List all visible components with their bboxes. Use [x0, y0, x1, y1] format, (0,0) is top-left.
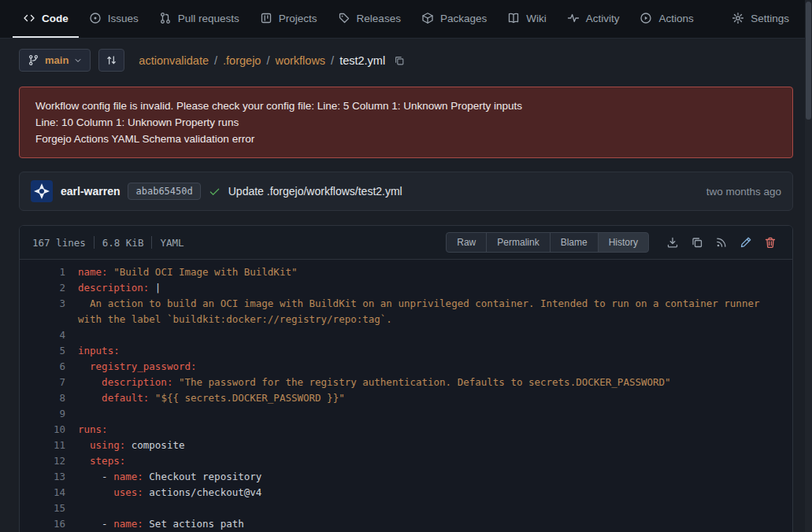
- breadcrumb-dir-forgejo[interactable]: .forgejo: [223, 54, 261, 67]
- line-number[interactable]: 1: [20, 264, 78, 280]
- compare-button[interactable]: [98, 49, 124, 72]
- repo-nav: Code Issues Pull requests Projects Relea…: [0, 0, 812, 39]
- avatar[interactable]: [31, 180, 53, 202]
- tab-pull-requests[interactable]: Pull requests: [149, 0, 250, 38]
- line-number[interactable]: 4: [20, 327, 78, 343]
- latest-commit-box: earl-warren abab65450d Update .forgejo/w…: [19, 172, 793, 211]
- code-text: steps:: [78, 453, 792, 469]
- code-text: default: "${{ secrets.DOCKER_PASSWORD }}…: [78, 390, 792, 406]
- line-number[interactable]: 15: [20, 501, 78, 516]
- code-line: 4: [20, 327, 792, 343]
- line-number[interactable]: 12: [20, 453, 78, 469]
- commit-hash-badge[interactable]: abab65450d: [128, 183, 200, 200]
- rss-icon: [715, 236, 728, 249]
- branch-name: main: [45, 54, 69, 66]
- code-line: 3 An action to build an OCI image with B…: [20, 296, 792, 327]
- history-button[interactable]: History: [598, 232, 649, 253]
- scrollbar-thumb[interactable]: [806, 2, 811, 120]
- download-icon: [666, 236, 679, 249]
- error-line: Line: 10 Column 1: Unknown Property runs: [35, 114, 777, 131]
- breadcrumb-repo[interactable]: actionvalidate: [139, 54, 209, 67]
- delete-file-button[interactable]: [764, 236, 777, 249]
- line-number[interactable]: 5: [20, 343, 78, 359]
- tab-settings-label: Settings: [751, 13, 789, 24]
- code-text: [78, 327, 792, 343]
- line-number[interactable]: 3: [20, 296, 78, 327]
- line-number[interactable]: 8: [20, 390, 78, 406]
- tab-activity[interactable]: Activity: [557, 0, 630, 38]
- blame-button[interactable]: Blame: [550, 232, 599, 253]
- tab-issues[interactable]: Issues: [79, 0, 149, 38]
- code-lines: 1name: "Build OCI Image with BuildKit"2d…: [20, 260, 792, 532]
- code-line: 8 default: "${{ secrets.DOCKER_PASSWORD …: [20, 390, 792, 406]
- file-action-icons: [666, 236, 777, 249]
- tab-releases-label: Releases: [357, 13, 401, 24]
- tab-packages-label: Packages: [440, 13, 487, 24]
- chevron-down-icon: [74, 57, 82, 65]
- copy-content-button[interactable]: [691, 236, 703, 249]
- tab-code[interactable]: Code: [13, 0, 79, 38]
- breadcrumb-bar: main actionvalidate / .forgejo / workflo…: [0, 39, 812, 82]
- breadcrumb-dir-workflows[interactable]: workflows: [275, 54, 325, 67]
- code-text: - name: Set actions path: [78, 516, 792, 532]
- gear-icon: [732, 12, 744, 24]
- tab-code-label: Code: [42, 13, 69, 24]
- code-text: description: "The password for the regis…: [78, 375, 792, 390]
- code-text: using: composite: [78, 438, 792, 453]
- code-line: 12 steps:: [20, 453, 792, 469]
- code-text: registry_password:: [78, 359, 792, 375]
- code-text: An action to build an OCI image with Bui…: [78, 296, 792, 327]
- divider: [94, 236, 95, 249]
- file-size: 6.8 KiB: [102, 237, 144, 249]
- tab-pull-requests-label: Pull requests: [178, 13, 239, 24]
- tab-activity-label: Activity: [586, 13, 620, 24]
- line-number[interactable]: 2: [20, 280, 78, 296]
- permalink-button[interactable]: Permalink: [486, 232, 550, 253]
- tab-releases[interactable]: Releases: [328, 0, 411, 38]
- tab-wiki[interactable]: Wiki: [497, 0, 557, 38]
- line-number[interactable]: 11: [20, 438, 78, 453]
- commit-author[interactable]: earl-warren: [61, 185, 120, 198]
- issue-icon: [89, 12, 102, 24]
- copy-path-button[interactable]: [394, 55, 405, 66]
- line-number[interactable]: 7: [20, 375, 78, 390]
- line-number[interactable]: 16: [20, 516, 78, 532]
- tab-projects[interactable]: Projects: [250, 0, 328, 38]
- code-line: 16 - name: Set actions path: [20, 516, 792, 532]
- edit-file-button[interactable]: [740, 236, 752, 249]
- copy-icon: [394, 55, 405, 66]
- code-line: 1name: "Build OCI Image with BuildKit": [20, 264, 792, 280]
- line-number[interactable]: 6: [20, 359, 78, 375]
- commit-status-check-icon[interactable]: [209, 186, 221, 198]
- file-info: 167 lines 6.8 KiB YAML: [32, 236, 184, 249]
- branch-selector[interactable]: main: [19, 49, 91, 72]
- line-number[interactable]: 14: [20, 485, 78, 501]
- line-number[interactable]: 9: [20, 406, 78, 422]
- line-number[interactable]: 10: [20, 422, 78, 438]
- file-language: YAML: [160, 237, 184, 249]
- tab-packages[interactable]: Packages: [411, 0, 497, 38]
- code-text: runs:: [78, 422, 792, 438]
- rss-feed-button[interactable]: [715, 236, 728, 249]
- pencil-icon: [740, 236, 752, 249]
- download-button[interactable]: [666, 236, 679, 249]
- commit-time: two months ago: [706, 186, 781, 198]
- tab-issues-label: Issues: [108, 13, 139, 24]
- code-line: 15: [20, 501, 792, 516]
- package-icon: [421, 12, 434, 24]
- scrollbar[interactable]: [805, 0, 812, 532]
- code-text: description: |: [78, 280, 792, 296]
- raw-button[interactable]: Raw: [446, 232, 487, 253]
- breadcrumb-separator: /: [214, 54, 217, 67]
- tab-actions[interactable]: Actions: [629, 0, 703, 38]
- breadcrumb-separator: /: [266, 54, 269, 67]
- workflow-error-banner: Workflow config file is invalid. Please …: [19, 87, 793, 158]
- file-line-count: 167 lines: [32, 237, 86, 249]
- commit-message[interactable]: Update .forgejo/workflows/test2.yml: [228, 185, 402, 198]
- file-view-buttons: Raw Permalink Blame History: [446, 232, 649, 253]
- code-text: uses: actions/checkout@v4: [78, 485, 792, 501]
- tab-settings[interactable]: Settings: [721, 0, 799, 38]
- line-number[interactable]: 13: [20, 469, 78, 485]
- tab-actions-label: Actions: [658, 13, 693, 24]
- code-text: inputs:: [78, 343, 792, 359]
